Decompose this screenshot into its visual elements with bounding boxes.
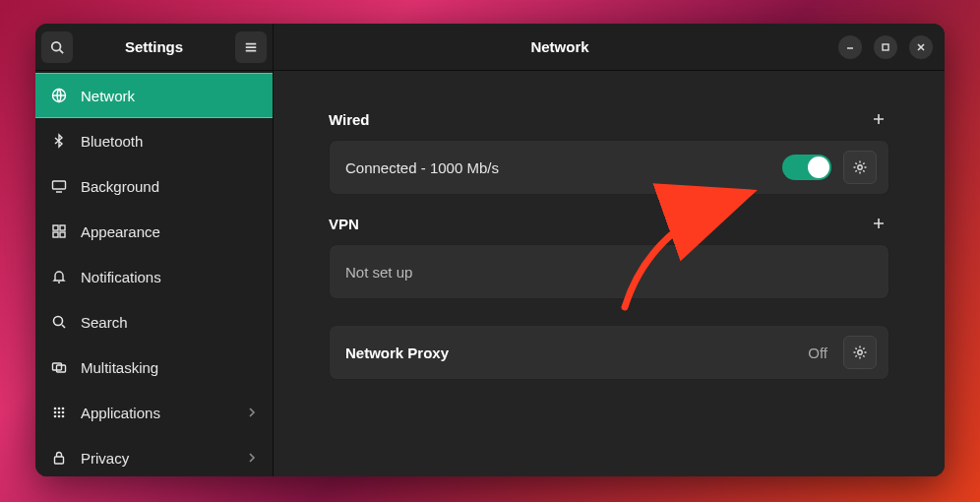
grid-icon <box>51 405 67 420</box>
toggle-knob <box>808 157 829 178</box>
svg-point-23 <box>62 411 65 414</box>
vpn-status-row: Not set up <box>329 244 889 299</box>
sidebar-item-label: Applications <box>81 405 160 421</box>
chevron-right-icon <box>247 408 257 417</box>
svg-point-26 <box>62 415 65 418</box>
svg-rect-7 <box>53 181 66 189</box>
lock-icon <box>51 450 67 466</box>
wired-settings-button[interactable] <box>843 151 877 184</box>
svg-point-25 <box>58 415 61 418</box>
svg-point-21 <box>54 411 57 414</box>
vpn-section-title: VPN <box>329 216 359 232</box>
sidebar-item-background[interactable]: Background <box>35 163 273 209</box>
sidebar-title: Settings <box>79 38 229 55</box>
sidebar-item-label: Search <box>81 314 128 331</box>
svg-point-20 <box>62 408 65 410</box>
wired-connection-row: Connected - 1000 Mb/s <box>329 140 889 195</box>
maximize-button[interactable] <box>874 35 897 59</box>
svg-line-1 <box>60 49 64 53</box>
add-vpn-button[interactable] <box>868 213 889 234</box>
minimize-button[interactable] <box>838 35 862 59</box>
sidebar-item-bluetooth[interactable]: Bluetooth <box>35 118 273 163</box>
search-icon <box>50 40 64 54</box>
sidebar-item-privacy[interactable]: Privacy <box>35 435 273 476</box>
svg-point-24 <box>54 415 57 418</box>
svg-rect-11 <box>53 232 58 237</box>
proxy-row[interactable]: Network Proxy Off <box>329 325 889 380</box>
svg-point-14 <box>54 317 63 326</box>
svg-point-18 <box>54 408 57 410</box>
svg-point-34 <box>858 165 862 169</box>
close-button[interactable] <box>909 35 933 59</box>
main-header: Network <box>274 24 945 71</box>
sidebar-item-label: Notifications <box>81 269 161 285</box>
sidebar-item-label: Background <box>81 178 159 195</box>
svg-rect-29 <box>883 44 888 50</box>
proxy-value: Off <box>808 345 827 361</box>
proxy-settings-button[interactable] <box>843 336 877 369</box>
svg-line-15 <box>62 325 65 328</box>
vpn-status-label: Not set up <box>345 264 877 281</box>
hamburger-menu-button[interactable] <box>235 31 267 63</box>
wired-section-title: Wired <box>329 111 370 128</box>
sidebar-item-label: Multitasking <box>81 359 158 376</box>
sidebar-item-label: Privacy <box>81 450 129 467</box>
window-controls <box>838 35 937 59</box>
sidebar: Settings Network Bluetooth <box>35 24 274 476</box>
settings-window: Settings Network Bluetooth <box>35 24 945 476</box>
svg-point-22 <box>58 411 61 414</box>
wired-section-header: Wired <box>329 108 889 130</box>
add-wired-button[interactable] <box>868 108 889 130</box>
sidebar-item-applications[interactable]: Applications <box>35 390 273 435</box>
wired-status-label: Connected - 1000 Mb/s <box>345 159 770 176</box>
content-area: Wired Connected - 1000 Mb/s <box>274 71 945 476</box>
bluetooth-icon <box>51 133 67 149</box>
page-title: Network <box>281 38 838 55</box>
display-icon <box>51 178 67 194</box>
proxy-title: Network Proxy <box>345 345 796 361</box>
sidebar-item-network[interactable]: Network <box>35 73 273 118</box>
svg-rect-10 <box>60 225 65 230</box>
search-button[interactable] <box>41 31 73 63</box>
sidebar-header: Settings <box>35 24 273 71</box>
vpn-section-header: VPN <box>329 213 889 234</box>
sidebar-item-label: Network <box>81 88 135 104</box>
sidebar-item-label: Bluetooth <box>81 133 143 150</box>
bell-icon <box>51 269 67 284</box>
svg-rect-9 <box>53 225 58 230</box>
sidebar-item-search[interactable]: Search <box>35 299 273 345</box>
sidebar-item-notifications[interactable]: Notifications <box>35 254 273 299</box>
sidebar-item-appearance[interactable]: Appearance <box>35 209 273 254</box>
svg-point-0 <box>52 41 61 50</box>
svg-rect-12 <box>60 232 65 237</box>
wired-toggle[interactable] <box>782 155 831 180</box>
globe-icon <box>51 88 67 103</box>
multitasking-icon <box>51 359 67 375</box>
plus-icon <box>872 112 886 126</box>
sidebar-nav: Network Bluetooth Background Appearance <box>35 71 273 476</box>
plus-icon <box>872 217 886 230</box>
sidebar-item-multitasking[interactable]: Multitasking <box>35 345 273 390</box>
chevron-right-icon <box>247 453 257 463</box>
main-panel: Network Wired <box>274 24 945 476</box>
gear-icon <box>852 159 868 175</box>
svg-rect-27 <box>55 457 64 464</box>
hamburger-icon <box>244 40 258 54</box>
appearance-icon <box>51 223 67 239</box>
svg-point-19 <box>58 408 61 410</box>
svg-point-37 <box>858 350 862 354</box>
search-icon <box>51 314 67 330</box>
sidebar-item-label: Appearance <box>81 223 160 240</box>
gear-icon <box>852 345 868 360</box>
